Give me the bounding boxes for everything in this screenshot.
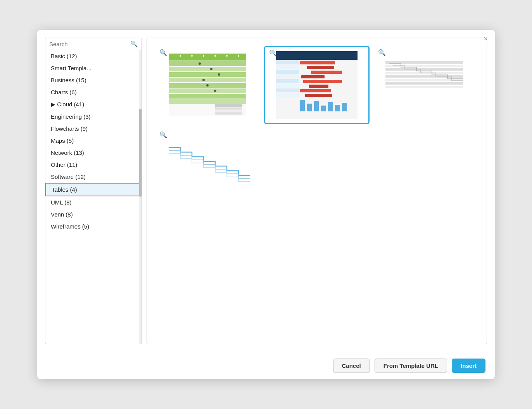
svg-rect-46 — [307, 104, 312, 111]
sidebar-item-maps[interactable]: Maps (5) — [45, 135, 142, 147]
svg-point-13 — [214, 55, 216, 57]
svg-rect-4 — [169, 72, 246, 77]
svg-rect-47 — [314, 101, 319, 111]
template-thumb-1 — [159, 50, 256, 120]
sidebar-item-other[interactable]: Other (11) — [45, 159, 142, 171]
template-thumb-2 — [268, 50, 365, 120]
insert-button[interactable]: Insert — [452, 359, 485, 373]
sidebar-item-smart[interactable]: Smart Templa... — [45, 62, 142, 74]
svg-rect-40 — [301, 75, 325, 78]
svg-point-19 — [202, 79, 205, 81]
template-chooser-dialog: × 🔍 Basic (12)Smart Templa...Business (1… — [37, 30, 495, 379]
svg-rect-49 — [328, 102, 333, 111]
zoom-icon-2[interactable]: 🔍 — [269, 49, 277, 57]
template-card-1[interactable]: 🔍 — [155, 46, 260, 124]
svg-rect-45 — [300, 100, 305, 111]
sidebar-item-cloud[interactable]: ▶ Cloud (41) — [45, 98, 142, 111]
svg-rect-59 — [385, 82, 463, 85]
sidebar-item-charts[interactable]: Charts (6) — [45, 86, 142, 98]
content-area: 🔍 — [147, 38, 487, 344]
svg-point-16 — [199, 62, 201, 65]
dialog-body: 🔍 Basic (12)Smart Templa...Business (15)… — [37, 30, 495, 352]
sidebar-list: Basic (12)Smart Templa...Business (15)Ch… — [45, 50, 142, 344]
template-thumb-4 — [159, 132, 256, 202]
sidebar-item-uml[interactable]: UML (8) — [45, 196, 142, 208]
template-card-3[interactable]: 🔍 — [373, 46, 479, 124]
sidebar-item-basic[interactable]: Basic (12) — [45, 50, 142, 62]
svg-rect-7 — [169, 88, 246, 93]
sidebar-item-software[interactable]: Software (12) — [45, 171, 142, 183]
svg-rect-1 — [169, 54, 246, 61]
svg-rect-41 — [303, 80, 342, 83]
svg-rect-39 — [311, 71, 342, 74]
template-card-4[interactable]: 🔍 — [155, 128, 260, 206]
search-box: 🔍 — [45, 38, 142, 50]
sidebar-item-engineering[interactable]: Engineering (3) — [45, 111, 142, 123]
svg-point-17 — [210, 68, 212, 70]
search-icon: 🔍 — [130, 40, 138, 47]
svg-point-20 — [206, 84, 209, 87]
sidebar-item-wireframes[interactable]: Wireframes (5) — [45, 220, 142, 232]
svg-point-14 — [226, 55, 228, 57]
svg-rect-8 — [169, 94, 246, 99]
template-card-2[interactable]: 🔍 — [264, 46, 370, 124]
cancel-button[interactable]: Cancel — [333, 359, 370, 373]
svg-rect-9 — [169, 99, 246, 104]
svg-point-12 — [203, 55, 204, 57]
svg-point-10 — [180, 55, 181, 57]
svg-rect-30 — [276, 65, 299, 69]
svg-point-15 — [238, 55, 239, 57]
sidebar-item-tables[interactable]: Tables (4) — [45, 183, 142, 196]
svg-rect-50 — [335, 105, 340, 111]
svg-rect-32 — [276, 75, 299, 78]
svg-rect-26 — [215, 113, 242, 114]
svg-rect-31 — [276, 70, 299, 74]
svg-point-11 — [191, 55, 193, 57]
svg-rect-42 — [309, 85, 328, 88]
svg-rect-3 — [169, 67, 246, 71]
sidebar-item-business[interactable]: Business (15) — [45, 74, 142, 86]
svg-rect-60 — [385, 86, 463, 88]
close-button[interactable]: × — [484, 35, 488, 42]
svg-rect-38 — [307, 66, 334, 69]
dialog-footer: Cancel From Template URL Insert — [37, 352, 495, 379]
zoom-icon-3[interactable]: 🔍 — [378, 49, 386, 56]
template-thumb-3 — [377, 50, 475, 120]
svg-rect-48 — [321, 106, 326, 111]
svg-rect-44 — [305, 94, 332, 97]
sidebar: 🔍 Basic (12)Smart Templa...Business (15)… — [45, 38, 142, 344]
sidebar-item-flowcharts[interactable]: Flowcharts (9) — [45, 123, 142, 135]
svg-rect-34 — [276, 84, 299, 88]
svg-rect-35 — [276, 88, 299, 92]
svg-rect-51 — [342, 103, 347, 111]
svg-rect-24 — [215, 108, 242, 109]
svg-rect-36 — [276, 93, 299, 97]
svg-point-21 — [214, 90, 216, 92]
svg-rect-37 — [300, 61, 335, 64]
sidebar-item-network[interactable]: Network (13) — [45, 147, 142, 159]
svg-rect-43 — [300, 89, 331, 92]
zoom-icon-1[interactable]: 🔍 — [159, 49, 167, 56]
svg-rect-5 — [169, 78, 246, 82]
sidebar-item-venn[interactable]: Venn (8) — [45, 208, 142, 220]
svg-rect-25 — [215, 110, 242, 112]
svg-rect-55 — [385, 68, 463, 71]
svg-rect-29 — [276, 61, 299, 64]
svg-rect-2 — [169, 61, 246, 66]
svg-rect-23 — [215, 104, 242, 107]
svg-rect-28 — [276, 51, 358, 60]
svg-point-18 — [218, 73, 220, 76]
from-template-url-button[interactable]: From Template URL — [375, 359, 447, 373]
svg-rect-33 — [276, 79, 299, 83]
search-input[interactable] — [49, 41, 128, 47]
zoom-icon-4[interactable]: 🔍 — [159, 131, 167, 139]
